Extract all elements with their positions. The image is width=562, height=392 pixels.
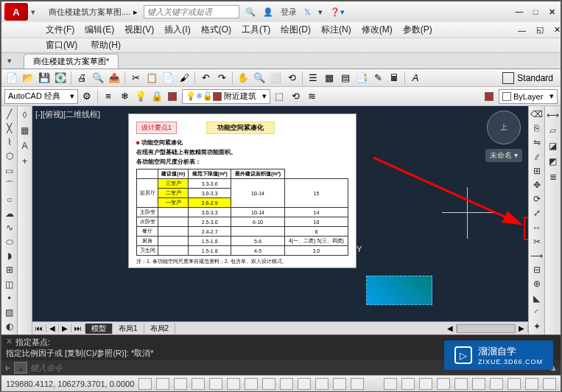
menu-insert[interactable]: 插入(I) [164,24,190,36]
osnap-mode-icon[interactable] [209,378,222,390]
annotation-visibility-icon[interactable] [454,378,468,390]
addselected-icon[interactable]: + [18,155,32,168]
login-button[interactable]: 登录 [281,7,297,18]
polygon-icon[interactable]: ⬡ [3,150,16,162]
ducs-mode-icon[interactable] [262,378,275,390]
measure-area-icon[interactable]: ▱ [547,124,560,137]
offset-icon[interactable]: ⫽ [530,151,544,163]
menu-file[interactable]: 文件(F) [46,24,74,36]
join-icon[interactable]: ⊕ [530,278,544,290]
cmd-resize-handle-icon[interactable]: ✕ [6,337,13,346]
zoom-previous-icon[interactable]: ⟲ [284,71,299,85]
sheetset-icon[interactable]: 📑 [354,71,369,85]
quickview-layouts-icon[interactable] [401,378,415,390]
circle-icon[interactable]: ○ [3,194,16,206]
redo-icon[interactable]: ↷ [214,71,229,85]
saveas-icon[interactable]: 💽 [53,71,68,85]
chamfer-icon[interactable]: ◣ [530,292,544,304]
rectangle-icon[interactable]: ▭ [3,165,16,177]
toolpalette-icon[interactable]: ▤ [338,71,353,85]
erase-icon[interactable]: ⌫ [530,108,544,120]
close-button[interactable]: ✕ [546,7,558,17]
make-block-icon[interactable]: ◫ [3,279,16,290]
array-icon[interactable]: ⊞ [530,165,544,177]
send-back-icon[interactable]: ◩ [547,155,560,168]
qp-mode-icon[interactable] [333,378,346,390]
designcenter-icon[interactable]: ▦ [322,71,337,85]
tab-nav-last-icon[interactable]: ⏭ [71,324,85,332]
tab-model[interactable]: 模型 [85,323,113,334]
revcloud-icon[interactable]: ☁ [3,208,16,220]
lwt-mode-icon[interactable] [298,378,311,390]
save-icon[interactable]: 💾 [37,71,52,85]
line-icon[interactable]: ╱ [3,108,16,120]
region-icon[interactable]: ◊ [18,108,32,122]
tab-nav-next-icon[interactable]: ▶ [59,324,71,332]
cmd-prompt-icon[interactable]: ▵ [14,362,27,374]
exchange-dropdown-icon[interactable]: ▾ [318,7,323,17]
layer-lock-icon[interactable]: 🔒 [150,89,164,104]
menu-view[interactable]: 视图(V) [124,24,154,36]
file-tab-list-icon[interactable]: ▾ [7,56,12,66]
viewcube[interactable]: 上 [487,111,521,144]
break-icon[interactable]: ⊟ [530,264,544,276]
view-unnamed-button[interactable]: 未命名 ▾ [485,149,522,162]
zoom-realtime-icon[interactable]: 🔍 [252,71,267,85]
open-icon[interactable]: 📂 [21,71,35,85]
point-icon[interactable]: • [3,293,16,304]
signin-icon[interactable]: 👤 [263,7,273,17]
hardware-accel-icon[interactable] [507,378,521,390]
menu-window[interactable]: 窗口(W) [46,39,77,52]
text-style-combo[interactable]: Standard [498,72,558,84]
color-combo[interactable]: ByLayer [499,89,558,104]
polar-mode-icon[interactable] [192,378,205,390]
new-icon[interactable]: 📄 [4,71,19,85]
minimize-button[interactable]: — [513,7,525,17]
isolate-objects-icon[interactable] [525,378,538,390]
3dosnap-mode-icon[interactable] [227,378,240,390]
clean-screen-icon[interactable] [543,378,556,390]
stretch-icon[interactable]: ↔ [530,222,544,234]
properties-icon[interactable]: ☰ [306,71,320,85]
workspace-icon[interactable] [472,378,485,390]
otrack-mode-icon[interactable] [245,378,258,390]
fillet-icon[interactable]: ◜ [530,307,544,318]
preview-icon[interactable]: 🔍 [91,71,105,85]
color-control-icon[interactable] [482,89,497,104]
quickcalc-icon[interactable]: 🖩 [387,71,401,85]
annotation-scale-icon[interactable] [437,378,450,390]
scale-icon[interactable]: ⤢ [530,207,544,219]
bring-front-icon[interactable]: ◪ [547,139,560,153]
menu-window-close-icon[interactable]: ✕ [554,25,561,35]
menu-format[interactable]: 格式(O) [201,24,231,36]
copy-object-icon[interactable]: ⎘ [530,122,544,134]
exchange-icon[interactable]: 𝕏 [304,7,311,17]
dyn-mode-icon[interactable] [280,378,293,390]
workspace-settings-icon[interactable]: ⚙ [80,89,94,104]
ellipse-icon[interactable]: ⬭ [3,236,16,248]
maximize-button[interactable]: □ [530,7,541,17]
copy-icon[interactable]: 📋 [144,71,159,85]
rotate-icon[interactable]: ⟳ [530,193,544,205]
layer-off-icon[interactable]: 💡 [133,89,148,104]
hatch-icon[interactable]: ▨ [3,307,16,318]
hscroll-right-icon[interactable]: ▶ [516,324,528,332]
menu-parametric[interactable]: 参数(P) [403,24,432,36]
mirror-icon[interactable]: ⇋ [530,136,544,148]
menu-window-restore-icon[interactable]: ◱ [536,25,544,35]
undo-icon[interactable]: ↶ [198,71,213,85]
tab-layout1[interactable]: 布局1 [113,323,144,334]
drawing-canvas[interactable]: [-][俯视][二维线框] 上 未命名 ▾ Y 设计要点1 功能空间紧凑化 功能… [32,106,528,335]
matchprop-icon[interactable]: 🖌 [177,71,192,85]
tab-nav-first-icon[interactable]: ⏮ [32,324,46,332]
tab-layout2[interactable]: 布局2 [144,323,176,334]
quickaccess-dropdown-icon[interactable]: ▾ [31,7,43,17]
cmd-customize-icon[interactable]: ⥼ [4,363,11,373]
snap-mode-icon[interactable] [138,378,152,390]
sc-mode-icon[interactable] [351,378,364,390]
paste-icon[interactable]: 📄 [161,71,175,85]
move-icon[interactable]: ✥ [530,179,544,191]
menu-modify[interactable]: 修改(M) [362,24,393,36]
trim-icon[interactable]: ✂ [530,236,544,248]
menu-edit[interactable]: 编辑(E) [85,24,114,36]
